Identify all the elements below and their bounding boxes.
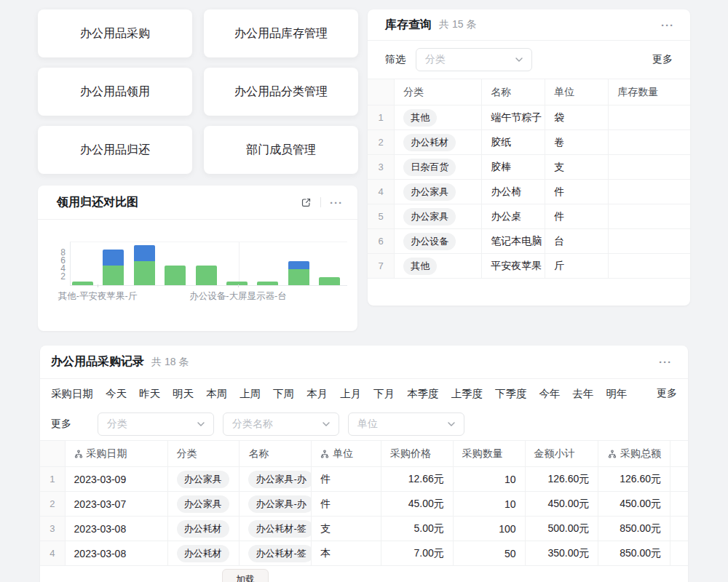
header-cell[interactable]: 库存数量 [609, 79, 690, 105]
partial-button[interactable]: 加载 [222, 569, 269, 582]
cell-category: 日杂百货 [395, 155, 482, 179]
filter-select[interactable]: 分类名称 [223, 412, 339, 436]
quick-action-button[interactable]: 办公用品分类管理 [204, 68, 358, 116]
partial-button-label: 加载 [236, 573, 255, 582]
quick-action-button[interactable]: 办公用品归还 [38, 126, 192, 174]
date-filter-option[interactable]: 下月 [373, 387, 395, 401]
table-row[interactable]: 1其他端午节粽子袋 [368, 105, 690, 130]
header-label: 采购总额 [620, 447, 661, 461]
cell-row-number: 4 [40, 541, 66, 565]
cell-category: 办公耗材 [395, 130, 482, 154]
cell-row-number: 1 [368, 105, 395, 129]
header-cell[interactable]: 分类 [395, 79, 482, 105]
table-row[interactable]: 42023-03-08办公耗材办公耗材-签本7.00元50350.00元850.… [40, 541, 688, 566]
filter-select[interactable]: 分类 [98, 412, 214, 436]
quick-action-button[interactable]: 部门成员管理 [204, 126, 358, 174]
header-cell[interactable]: 采购价格 [381, 441, 454, 466]
header-cell[interactable]: 采购数量 [454, 441, 526, 466]
inventory-more-menu-icon[interactable]: ··· [660, 18, 676, 32]
category-pill: 办公家具 [403, 183, 456, 201]
inventory-header: 库存查询 共 15 条 ··· [368, 9, 690, 41]
table-row[interactable]: 3日杂百货胶棒支 [368, 155, 690, 180]
more-filters-label: 更多 [51, 418, 89, 431]
quick-action-button[interactable]: 办公用品库存管理 [204, 9, 358, 57]
header-cell[interactable]: 采购日期 [66, 441, 168, 466]
table-row[interactable]: 12023-03-09办公家具办公家具-办件12.66元10126.60元126… [40, 467, 688, 492]
date-filter-option[interactable]: 下季度 [495, 387, 527, 401]
header-cell[interactable]: 金额小计 [526, 441, 599, 466]
purchase-table: 采购日期分类名称单位采购价格采购数量金额小计采购总额12023-03-09办公家… [40, 440, 688, 566]
cell-price: 45.00元 [381, 492, 454, 516]
purchase-more-menu-icon[interactable]: ··· [657, 355, 673, 369]
open-in-new-icon[interactable] [299, 196, 313, 210]
cell-stock [609, 105, 690, 129]
bar-stack [103, 250, 124, 286]
header-cell[interactable]: 名称 [482, 79, 545, 105]
table-row[interactable]: 7其他平安夜苹果斤 [368, 254, 690, 279]
purchase-header: 办公用品采购记录 共 18 条 ··· [40, 346, 688, 379]
date-filter-option[interactable]: 明天 [173, 387, 194, 401]
inventory-more-link[interactable]: 更多 [652, 53, 673, 66]
quick-action-button[interactable]: 办公用品领用 [38, 68, 192, 116]
cell-category: 办公设备 [395, 229, 482, 253]
table-header-row: 采购日期分类名称单位采购价格采购数量金额小计采购总额 [40, 441, 688, 467]
category-pill: 办公家具 [177, 471, 229, 488]
cell-date: 2023-03-07 [66, 492, 168, 516]
cell-filler [670, 492, 688, 516]
cell-quantity: 50 [454, 541, 526, 565]
bar-stack [165, 266, 186, 286]
cell-name: 平安夜苹果 [482, 254, 545, 278]
header-cell-filler [670, 441, 688, 466]
header-cell[interactable]: 单位 [312, 441, 381, 466]
group-by-icon [74, 450, 83, 458]
chart-more-menu-icon[interactable]: ··· [328, 196, 344, 210]
header-cell[interactable]: 单位 [545, 79, 609, 105]
table-row[interactable]: 22023-03-07办公家具办公家具-办件45.00元10450.00元450… [40, 492, 688, 517]
header-cell[interactable]: 采购总额 [598, 441, 670, 466]
category-pill: 办公耗材 [403, 134, 456, 151]
cell-category: 其他 [395, 105, 482, 129]
header-cell-index [368, 79, 395, 105]
bar-segment-green [103, 266, 124, 286]
table-row[interactable]: 4办公家具办公椅件 [368, 180, 690, 204]
bar-segment-blue [288, 261, 309, 269]
date-filter-option[interactable]: 本周 [206, 387, 227, 401]
date-filter-option[interactable]: 本季度 [407, 387, 439, 401]
header-cell[interactable]: 分类 [168, 441, 240, 466]
cell-filler [670, 517, 688, 541]
table-row[interactable]: 6办公设备笔记本电脑台 [368, 229, 690, 254]
date-filter-option[interactable]: 今天 [106, 387, 127, 401]
cell-row-number: 7 [368, 254, 395, 278]
bar-stack [196, 266, 217, 286]
date-filter-option[interactable]: 下周 [273, 387, 294, 401]
header-cell[interactable]: 名称 [240, 441, 312, 466]
cell-name: 胶棒 [482, 155, 545, 179]
date-filter-option[interactable]: 明年 [606, 387, 628, 401]
filter-select[interactable]: 单位 [348, 412, 464, 436]
table-row[interactable]: 2办公耗材胶纸卷 [368, 130, 690, 155]
bar-segment-green [134, 261, 155, 285]
cell-price: 12.66元 [381, 467, 454, 491]
cell-row-number: 4 [368, 180, 395, 204]
date-filter-option[interactable]: 上月 [340, 387, 361, 401]
quick-action-button[interactable]: 办公用品采购 [38, 9, 192, 57]
table-row[interactable]: 5办公家具办公桌件 [368, 204, 690, 229]
date-filter-option[interactable]: 昨天 [139, 387, 160, 401]
y-axis-tick-label: 8 [48, 248, 66, 257]
table-row[interactable]: 32023-03-08办公耗材办公耗材-签支5.00元100500.00元850… [40, 517, 688, 541]
cell-name: 笔记本电脑 [482, 229, 545, 253]
date-filter-option[interactable]: 上季度 [451, 387, 483, 401]
record-count: 共 15 条 [439, 18, 476, 31]
chart-card: 领用归还对比图 ··· 2468 其他-平安夜苹果-斤办公设备-大屏显示器-台 [38, 186, 357, 331]
cell-stock [609, 254, 690, 278]
date-filter-option[interactable]: 本月 [306, 387, 328, 401]
inventory-filter-bar: 筛选 分类 更多 [368, 41, 690, 79]
cell-stock [609, 229, 690, 253]
purchase-title: 办公用品采购记录 [51, 354, 144, 370]
category-select[interactable]: 分类 [416, 48, 532, 71]
date-filter-option[interactable]: 今年 [539, 387, 561, 401]
date-filter-option[interactable]: 去年 [573, 387, 594, 401]
date-filter-option[interactable]: 上周 [240, 387, 261, 401]
date-more-link[interactable]: 更多 [657, 387, 677, 400]
cell-name: 办公耗材-签 [240, 517, 312, 541]
